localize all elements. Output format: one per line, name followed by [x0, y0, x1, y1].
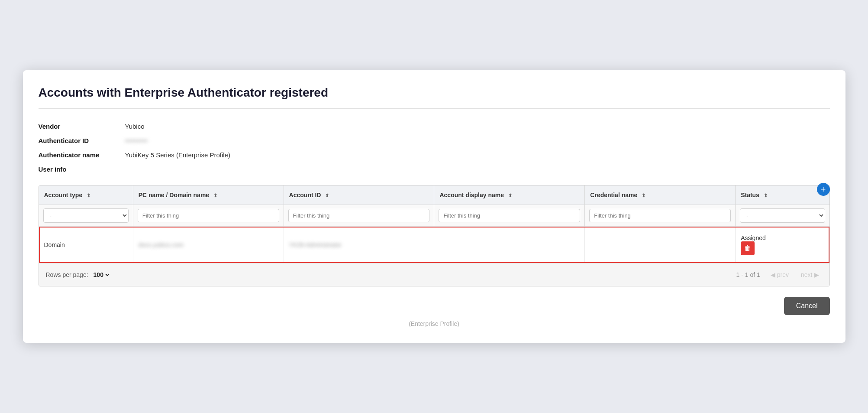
- pagination-range: 1 - 1 of 1: [736, 271, 760, 278]
- auth-id-label: Authenticator ID: [39, 135, 125, 146]
- accounts-table: Account type ⬍ PC name / Domain name ⬍ A…: [39, 185, 829, 263]
- cell-display-name: [434, 227, 585, 263]
- cell-account-type: Domain: [39, 227, 133, 263]
- delete-row-button[interactable]: 🗑: [741, 241, 755, 255]
- table-filter-row: - Domain Local: [39, 205, 829, 227]
- filter-status-cell: - Assigned Unassigned: [736, 205, 829, 227]
- filter-account-type-select[interactable]: - Domain Local: [43, 208, 129, 223]
- filter-pc-name-cell: [133, 205, 284, 227]
- pagination-info: 1 - 1 of 1 ◀ prev next ▶: [736, 270, 823, 280]
- sort-icon-credential-name: ⬍: [642, 193, 645, 198]
- bottom-bar: Cancel: [39, 297, 830, 315]
- col-account-id[interactable]: Account ID ⬍: [284, 185, 434, 205]
- table-body: Domain docs.yubico.com YK39-Administrato…: [39, 227, 829, 263]
- next-label: next: [801, 271, 812, 278]
- cell-credential-name: [585, 227, 736, 263]
- filter-pc-name-input[interactable]: [138, 209, 279, 222]
- rows-per-page-section: Rows per page: 100 50 25: [46, 271, 111, 279]
- rows-per-page-select[interactable]: 100 50 25: [92, 271, 111, 279]
- table-row[interactable]: Domain docs.yubico.com YK39-Administrato…: [39, 227, 829, 263]
- cancel-button[interactable]: Cancel: [784, 297, 830, 315]
- sort-icon-status: ⬍: [764, 193, 768, 198]
- sort-icon-account-id: ⬍: [325, 193, 329, 198]
- sort-icon-pc-name: ⬍: [213, 193, 217, 198]
- pagination-nav: ◀ prev next ▶: [767, 270, 823, 280]
- vendor-value: Yubico: [125, 121, 830, 132]
- accounts-table-wrapper: Account type ⬍ PC name / Domain name ⬍ A…: [39, 185, 830, 286]
- auth-id-value: ••••••••••: [125, 135, 830, 146]
- chevron-left-icon: ◀: [771, 271, 775, 278]
- watermark: (Enterprise Profile): [39, 320, 830, 327]
- col-credential-name[interactable]: Credential name ⬍: [585, 185, 736, 205]
- filter-credential-name-input[interactable]: [589, 209, 731, 222]
- filter-status-select[interactable]: - Assigned Unassigned: [740, 208, 825, 223]
- pagination-bar: Rows per page: 100 50 25 1 - 1 of 1 ◀ pr…: [39, 263, 829, 286]
- prev-page-button[interactable]: ◀ prev: [767, 270, 792, 280]
- trash-icon: 🗑: [744, 244, 751, 252]
- cell-pc-name: docs.yubico.com: [133, 227, 284, 263]
- modal: Accounts with Enterprise Authenticator r…: [23, 70, 845, 343]
- user-info-value: [125, 164, 830, 175]
- col-status[interactable]: Status ⬍: [736, 185, 829, 205]
- filter-display-name-cell: [434, 205, 585, 227]
- cell-status: Assigned 🗑: [736, 227, 829, 263]
- user-info-label: User info: [39, 164, 125, 175]
- sort-icon-display-name: ⬍: [508, 193, 512, 198]
- col-pc-name[interactable]: PC name / Domain name ⬍: [133, 185, 284, 205]
- col-account-type[interactable]: Account type ⬍: [39, 185, 133, 205]
- modal-title: Accounts with Enterprise Authenticator r…: [39, 86, 830, 109]
- filter-account-id-cell: [284, 205, 434, 227]
- next-page-button[interactable]: next ▶: [797, 270, 822, 280]
- sort-icon-account-type: ⬍: [87, 193, 90, 198]
- filter-account-id-input[interactable]: [288, 209, 430, 222]
- modal-overlay: Accounts with Enterprise Authenticator r…: [23, 70, 845, 343]
- prev-label: prev: [777, 271, 789, 278]
- chevron-right-icon: ▶: [814, 271, 819, 278]
- cell-account-id: YK39-Administrator: [284, 227, 434, 263]
- info-section: Vendor Yubico Authenticator ID •••••••••…: [39, 121, 830, 175]
- vendor-label: Vendor: [39, 121, 125, 132]
- rows-per-page-label: Rows per page:: [46, 271, 88, 278]
- filter-display-name-input[interactable]: [439, 209, 580, 222]
- auth-name-label: Authenticator name: [39, 150, 125, 160]
- filter-credential-name-cell: [585, 205, 736, 227]
- auth-name-value: YubiKey 5 Series (Enterprise Profile): [125, 150, 830, 160]
- table-header-row: Account type ⬍ PC name / Domain name ⬍ A…: [39, 185, 829, 205]
- filter-account-type-cell: - Domain Local: [39, 205, 133, 227]
- col-display-name[interactable]: Account display name ⬍: [434, 185, 585, 205]
